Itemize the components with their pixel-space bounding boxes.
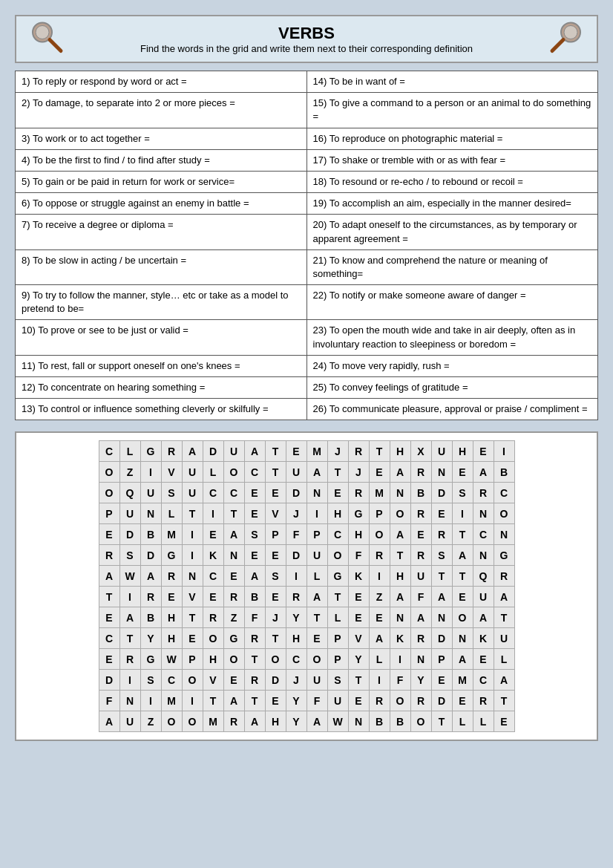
cell-12-13: R <box>369 691 390 711</box>
cell-3-6: T <box>223 503 244 524</box>
definition-right-9: 22) To notify or make someone aware of d… <box>306 285 598 320</box>
cell-4-4: I <box>182 524 203 545</box>
definition-right-8: 21) To know and comprehend the nature or… <box>306 249 598 284</box>
definition-right-4: 17) To shake or tremble with or as with … <box>306 149 598 171</box>
cell-12-11: U <box>327 691 348 711</box>
cell-11-15: Y <box>410 670 431 691</box>
cell-2-7: E <box>244 483 265 503</box>
cell-4-2: B <box>140 524 161 545</box>
cell-0-9: E <box>286 441 306 462</box>
cell-9-1: T <box>119 628 140 649</box>
cell-8-8: J <box>265 607 286 628</box>
cell-5-18: N <box>473 545 494 566</box>
cell-1-3: V <box>161 462 182 483</box>
cell-7-9: R <box>286 587 306 607</box>
cell-8-12: E <box>348 607 369 628</box>
cell-1-17: E <box>452 462 473 483</box>
cell-2-1: Q <box>119 483 140 503</box>
definition-left-12: 12) To concentrate on hearing something … <box>16 377 307 399</box>
cell-10-6: O <box>223 649 244 670</box>
cell-11-18: C <box>473 670 494 691</box>
cell-5-13: R <box>369 545 390 566</box>
cell-10-5: H <box>203 649 223 670</box>
cell-2-2: U <box>140 483 161 503</box>
cell-4-6: A <box>223 524 244 545</box>
cell-6-11: G <box>327 566 348 587</box>
cell-0-12: R <box>348 441 369 462</box>
cell-1-7: C <box>244 462 265 483</box>
cell-9-3: H <box>161 628 182 649</box>
cell-7-16: A <box>431 587 452 607</box>
cell-2-3: S <box>161 483 182 503</box>
cell-13-13: B <box>369 711 390 732</box>
cell-11-5: V <box>203 670 223 691</box>
cell-7-17: E <box>452 587 473 607</box>
cell-0-14: H <box>390 441 410 462</box>
page-title: VERBS <box>140 24 473 43</box>
magnifier-right-icon <box>548 17 586 61</box>
cell-5-4: I <box>182 545 203 566</box>
cell-12-14: O <box>390 691 410 711</box>
cell-4-11: C <box>327 524 348 545</box>
cell-3-17: I <box>452 503 473 524</box>
cell-0-8: T <box>265 441 286 462</box>
cell-5-17: A <box>452 545 473 566</box>
cell-11-17: M <box>452 670 473 691</box>
cell-6-18: Q <box>473 566 494 587</box>
svg-point-1 <box>36 25 49 39</box>
cell-8-13: E <box>369 607 390 628</box>
cell-12-9: Y <box>286 691 306 711</box>
cell-12-15: R <box>410 691 431 711</box>
definition-left-10: 10) To prove or see to be just or valid … <box>16 320 307 355</box>
definition-left-4: 4) To be the first to find / to find aft… <box>16 149 307 171</box>
cell-3-2: N <box>140 503 161 524</box>
cell-0-5: D <box>203 441 223 462</box>
cell-6-0: A <box>99 566 119 587</box>
cell-6-3: R <box>161 566 182 587</box>
cell-11-14: F <box>390 670 410 691</box>
cell-6-6: E <box>223 566 244 587</box>
cell-5-19: G <box>494 545 514 566</box>
cell-13-11: W <box>327 711 348 732</box>
header: VERBS Find the words in the grid and wri… <box>15 15 598 63</box>
cell-5-3: G <box>161 545 182 566</box>
cell-2-15: B <box>410 483 431 503</box>
cell-6-9: I <box>286 566 306 587</box>
cell-11-8: D <box>265 670 286 691</box>
cell-0-0: C <box>99 441 119 462</box>
svg-line-5 <box>552 39 563 50</box>
cell-9-15: R <box>410 628 431 649</box>
cell-11-12: T <box>348 670 369 691</box>
definition-right-1: 14) To be in want of = <box>306 71 598 93</box>
definitions-table: 1) To reply or respond by word or act =1… <box>15 71 598 420</box>
cell-13-4: O <box>182 711 203 732</box>
definition-left-9: 9) To try to follow the manner, style… e… <box>16 285 307 320</box>
cell-11-13: I <box>369 670 390 691</box>
definition-left-11: 11) To rest, fall or support oneself on … <box>16 355 307 376</box>
cell-9-10: E <box>306 628 327 649</box>
cell-4-7: S <box>244 524 265 545</box>
cell-10-4: P <box>182 649 203 670</box>
cell-12-12: E <box>348 691 369 711</box>
definition-left-1: 1) To reply or respond by word or act = <box>16 71 307 93</box>
cell-1-8: T <box>265 462 286 483</box>
definition-left-5: 5) To gain or be paid in return for work… <box>16 171 307 192</box>
cell-0-11: J <box>327 441 348 462</box>
cell-13-0: A <box>99 711 119 732</box>
page: VERBS Find the words in the grid and wri… <box>15 15 598 741</box>
cell-11-9: J <box>286 670 306 691</box>
cell-9-19: U <box>494 628 514 649</box>
cell-13-15: O <box>410 711 431 732</box>
cell-3-10: I <box>306 503 327 524</box>
cell-12-19: T <box>494 691 514 711</box>
cell-9-0: C <box>99 628 119 649</box>
cell-11-1: I <box>119 670 140 691</box>
cell-13-16: T <box>431 711 452 732</box>
definition-right-12: 25) To convey feelings of gratitude = <box>306 377 598 399</box>
definition-right-3: 16) To reproduce on photographic materia… <box>306 128 598 149</box>
cell-3-3: L <box>161 503 182 524</box>
cell-5-7: E <box>244 545 265 566</box>
cell-4-15: E <box>410 524 431 545</box>
cell-8-2: B <box>140 607 161 628</box>
definition-left-6: 6) To oppose or struggle against an enem… <box>16 193 307 215</box>
